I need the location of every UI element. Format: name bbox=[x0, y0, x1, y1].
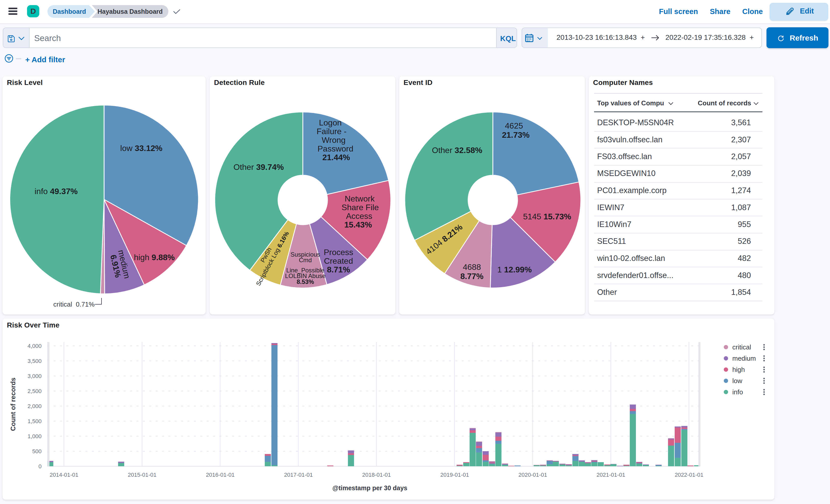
svg-text:21.44%: 21.44% bbox=[322, 153, 350, 162]
svg-text:Process: Process bbox=[324, 248, 353, 257]
svg-text:low 33.12%: low 33.12% bbox=[120, 144, 162, 153]
svg-text:8.53%: 8.53% bbox=[297, 278, 314, 285]
svg-text:info 49.37%: info 49.37% bbox=[34, 187, 77, 196]
svg-text:Other 39.74%: Other 39.74% bbox=[233, 162, 284, 172]
svg-text:2,000: 2,000 bbox=[28, 403, 41, 409]
svg-text:Wrong: Wrong bbox=[322, 135, 346, 145]
svg-text:1,500: 1,500 bbox=[28, 418, 41, 424]
svg-text:Password: Password bbox=[318, 144, 354, 153]
svg-text:Count of records: Count of records bbox=[9, 377, 17, 431]
svg-text:4,000: 4,000 bbox=[28, 343, 41, 349]
svg-text:Failure -: Failure - bbox=[317, 127, 346, 136]
svg-text:Logon: Logon bbox=[319, 118, 342, 127]
svg-text:high: high bbox=[732, 366, 745, 373]
svg-text:3,000: 3,000 bbox=[28, 373, 41, 379]
svg-text:0: 0 bbox=[38, 463, 41, 470]
svg-text:medium: medium bbox=[732, 354, 756, 362]
svg-text:1,000: 1,000 bbox=[28, 433, 41, 439]
svg-text:Created: Created bbox=[324, 256, 353, 265]
svg-text:4625: 4625 bbox=[505, 121, 523, 130]
svg-text:2019-01-01: 2019-01-01 bbox=[440, 472, 469, 478]
svg-text:info: info bbox=[732, 388, 743, 396]
svg-text:4688: 4688 bbox=[463, 262, 481, 272]
svg-text:2021-01-01: 2021-01-01 bbox=[597, 472, 626, 478]
svg-text:1 12.99%: 1 12.99% bbox=[497, 265, 532, 274]
svg-text:2015-01-01: 2015-01-01 bbox=[128, 472, 157, 478]
svg-text:3,500: 3,500 bbox=[28, 358, 41, 364]
svg-text:Share File: Share File bbox=[342, 203, 379, 212]
svg-text:2018-01-01: 2018-01-01 bbox=[362, 472, 391, 478]
svg-text:8.77%: 8.77% bbox=[460, 272, 484, 281]
svg-text:Network: Network bbox=[345, 194, 375, 203]
svg-text:2016-01-01: 2016-01-01 bbox=[206, 472, 235, 478]
svg-text:2017-01-01: 2017-01-01 bbox=[284, 472, 313, 478]
svg-text:Other 32.58%: Other 32.58% bbox=[432, 146, 482, 155]
svg-text:21.73%: 21.73% bbox=[502, 130, 530, 139]
svg-text:@timestamp per 30 days: @timestamp per 30 days bbox=[332, 484, 407, 492]
svg-text:critical 0.71%: critical 0.71% bbox=[53, 301, 95, 308]
svg-text:high 9.88%: high 9.88% bbox=[134, 253, 175, 262]
svg-text:Hayabusa Dashboard: Hayabusa Dashboard bbox=[97, 8, 163, 15]
svg-text:2014-01-01: 2014-01-01 bbox=[50, 472, 78, 478]
svg-text:low: low bbox=[732, 377, 742, 385]
svg-text:2020-01-01: 2020-01-01 bbox=[518, 472, 547, 478]
svg-text:Access: Access bbox=[346, 212, 372, 221]
svg-text:2,500: 2,500 bbox=[28, 388, 41, 394]
svg-text:500: 500 bbox=[32, 448, 41, 454]
svg-text:5145 15.73%: 5145 15.73% bbox=[523, 212, 571, 221]
svg-text:critical: critical bbox=[732, 343, 751, 351]
svg-text:8.71%: 8.71% bbox=[327, 265, 350, 274]
svg-text:2022-01-01: 2022-01-01 bbox=[675, 472, 703, 478]
svg-text:Cmd: Cmd bbox=[299, 257, 312, 263]
svg-text:15.43%: 15.43% bbox=[344, 220, 372, 229]
svg-text:Dashboard: Dashboard bbox=[53, 8, 86, 15]
